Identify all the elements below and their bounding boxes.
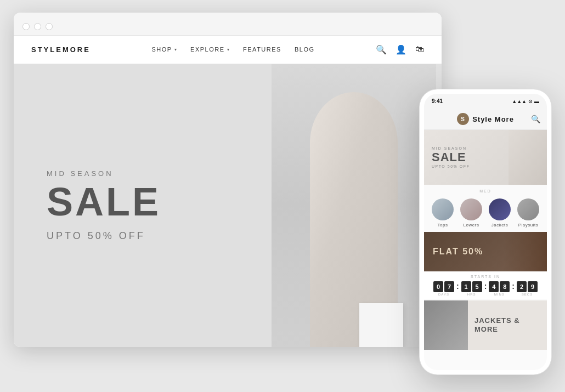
countdown-minutes-d2: 8 [500,281,510,292]
phone-banner-model-image [508,130,547,185]
countdown-minutes-d1: 4 [489,281,499,292]
phone-banner-sub: MID SEASON [432,146,470,150]
phone-jackets-model-image [424,300,468,350]
phone-section-label: MED [424,185,547,195]
account-button[interactable]: 👤 [396,44,406,55]
phone-countdown: 0 7 DAYS : 1 5 HRS : [428,281,543,296]
explore-chevron-icon: ▾ [227,47,230,52]
scene: STYLEMORE SHOP ▾ EXPLORE ▾ FEATURES BLOG… [14,13,551,380]
shop-chevron-icon: ▾ [174,47,178,52]
phone-countdown-label: STARTS IN [428,275,543,279]
phone-categories: Tops Lowers Jackets Playsuits [424,195,547,232]
phone-nav: S Style More 🔍 [424,109,547,130]
phone-time: 9:41 [432,98,443,104]
model-figure [272,64,436,347]
countdown-minutes-digits: 4 8 [489,281,510,292]
site-logo: STYLEMORE [31,46,91,54]
category-tops-label: Tops [438,223,448,228]
phone-status-bar: 9:41 ▲▲▲ ⊙ ▬ [424,94,547,109]
phone-countdown-section: STARTS IN 0 7 DAYS : 1 5 [424,271,547,299]
phone-flat-model-image [503,232,547,271]
desktop-browser: STYLEMORE SHOP ▾ EXPLORE ▾ FEATURES BLOG… [14,13,442,347]
countdown-minutes-unit: MINS [494,293,505,296]
category-lowers[interactable]: Lowers [460,198,482,228]
category-tops-image [432,198,454,220]
category-playsuits-image [517,198,539,220]
category-jackets[interactable]: Jackets [489,198,511,228]
countdown-seconds-d1: 2 [517,281,527,292]
phone-status-icons: ▲▲▲ ⊙ ▬ [512,99,539,104]
hero-subtitle: MID SEASON [47,169,161,178]
nav-link-shop[interactable]: SHOP ▾ [151,46,177,53]
phone-flat-text: FLAT 50% [433,247,483,257]
search-button[interactable]: 🔍 [376,44,387,55]
app-name: Style More [472,115,514,123]
hero-promo: UPTO 50% OFF [47,230,161,242]
hero-section: MID SEASON SALE UPTO 50% OFF [14,64,442,347]
countdown-hours-unit: HRS [467,293,476,296]
countdown-seconds-digits: 2 9 [517,281,538,292]
phone-flat-banner: FLAT 50% [424,232,547,271]
wifi-icon: ⊙ [528,99,533,104]
countdown-days: 0 7 DAYS [433,281,454,296]
category-lowers-label: Lowers [464,223,479,228]
phone-banner-text: MID SEASON SALE UPTO 50% OFF [432,146,470,168]
countdown-hours: 1 5 HRS [461,281,482,296]
countdown-days-unit: DAYS [438,293,449,296]
countdown-hours-d2: 5 [472,281,482,292]
countdown-colon-3: : [512,282,515,291]
category-jackets-image [489,198,511,220]
countdown-hours-d1: 1 [461,281,471,292]
phone-nav-logo: S Style More [457,113,514,125]
category-playsuits[interactable]: Playsuits [517,198,539,228]
nav-link-explore[interactable]: EXPLORE ▾ [190,46,230,53]
site-nav: STYLEMORE SHOP ▾ EXPLORE ▾ FEATURES BLOG… [14,36,442,64]
hero-model-image [266,64,442,347]
countdown-hours-digits: 1 5 [461,281,482,292]
countdown-colon-2: : [484,282,487,291]
browser-dot-1 [22,23,30,30]
category-tops[interactable]: Tops [432,198,454,228]
mobile-phone: 9:41 ▲▲▲ ⊙ ▬ S Style More 🔍 MID SEASON [420,89,551,374]
phone-jackets-text: JACKETS & MORE [468,316,527,333]
browser-dot-2 [34,23,41,30]
countdown-seconds-d2: 9 [528,281,538,292]
countdown-seconds: 2 9 SECS [517,281,538,296]
countdown-days-digits: 0 7 [433,281,454,292]
phone-hero-banner: MID SEASON SALE UPTO 50% OFF [424,130,547,185]
hero-main-title: SALE [47,182,161,221]
nav-link-blog[interactable]: BLOG [295,46,315,53]
phone-content: MID SEASON SALE UPTO 50% OFF MED Tops Lo… [424,130,547,370]
app-logo-icon: S [457,113,469,125]
countdown-colon-1: : [456,282,459,291]
nav-link-features[interactable]: FEATURES [243,46,281,53]
browser-chrome [14,13,442,36]
countdown-seconds-unit: SECS [522,293,533,296]
phone-banner-title: SALE [432,151,470,163]
phone-jackets-line1: JACKETS & [474,316,520,325]
countdown-days-d1: 0 [433,281,443,292]
hero-text: MID SEASON SALE UPTO 50% OFF [14,147,194,264]
phone-banner-promo: UPTO 50% OFF [432,164,470,168]
phone-jackets-section: JACKETS & MORE [424,300,547,350]
category-playsuits-label: Playsuits [518,223,539,228]
phone-jackets-line2: MORE [474,325,520,334]
category-jackets-label: Jackets [491,223,508,228]
countdown-days-d2: 7 [444,281,454,292]
phone-search-icon[interactable]: 🔍 [531,115,540,123]
signal-icon: ▲▲▲ [512,99,527,104]
battery-icon: ▬ [534,99,539,104]
category-lowers-image [460,198,482,220]
cart-button[interactable]: 🛍 [415,44,424,54]
white-cube [359,303,403,347]
nav-icons: 🔍 👤 🛍 [376,44,424,55]
countdown-minutes: 4 8 MINS [489,281,510,296]
browser-dot-3 [46,23,53,30]
nav-links: SHOP ▾ EXPLORE ▾ FEATURES BLOG [151,46,314,53]
